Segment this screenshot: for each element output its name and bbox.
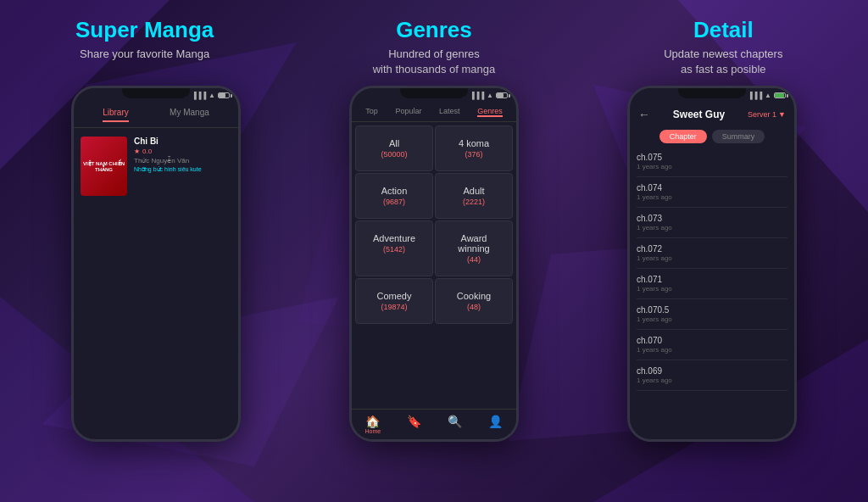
phone-1-wrapper: 5:42 PM ▐▐▐ ▲ Library My Manga [19,86,294,442]
chapter-num-073: ch.073 [637,214,787,223]
chapter-date-074: 1 years ago [637,193,787,201]
genre-nav-genres[interactable]: Genres [477,107,503,117]
genre-adult-count: (2221) [444,198,504,206]
bottom-nav-home[interactable]: 🏠 Home [365,415,381,434]
feature-super-manga-subtitle: Share your favorite Manga [2,47,288,62]
phones-section: 5:42 PM ▐▐▐ ▲ Library My Manga [0,86,868,502]
chapter-item-074[interactable]: ch.074 1 years ago [637,177,787,208]
chapter-date-072: 1 years ago [637,254,787,262]
chapter-item-069[interactable]: ch.069 1 years ago [637,360,787,391]
battery-3 [774,92,786,98]
server-dropdown-icon: ▼ [778,110,786,119]
phone-3-wrapper: 5:52 PM ▐▐▐ ▲ ← Sweet Guy S [575,86,850,442]
chapter-num-071: ch.071 [637,275,787,284]
genre-4koma-name: 4 koma [444,138,504,148]
home-icon: 🏠 [365,415,381,428]
genre-cooking-count: (48) [444,303,504,311]
chapter-date-0705: 1 years ago [637,315,787,323]
genre-action[interactable]: Action (9687) [355,173,433,219]
bottom-nav-bookmark[interactable]: 🔖 [407,415,421,434]
manga-info: Chi Bi ★ 0.0 Thức Nguyễn Văn Những bức h… [134,137,231,173]
chapter-item-072[interactable]: ch.072 1 years ago [637,238,787,269]
manga-title: Chi Bi [134,137,231,146]
manga-item[interactable]: VIỆT NAM CHIẾN THẮNG Chi Bi ★ 0.0 Thức N… [74,128,238,204]
genre-award-count: (44) [444,255,504,264]
signal-icon-1: ▐▐▐ [192,92,206,99]
detail-header: ← Sweet Guy Server 1 ▼ [630,103,794,126]
server-label: Server 1 [748,110,776,119]
genre-nav-popular[interactable]: Popular [395,107,421,117]
genre-adult-name: Adult [444,186,504,196]
library-nav: Library My Manga [74,103,238,128]
genre-all-name: All [364,138,424,148]
genre-award-name: Award winning [444,233,504,254]
chapter-list: ch.075 1 years ago ch.074 1 years ago ch… [630,147,794,391]
rating-number: 0.0 [142,148,152,155]
search-icon: 🔍 [448,415,462,428]
wifi-icon-1: ▲ [209,92,215,99]
phone-library-screen: 5:42 PM ▐▐▐ ▲ Library My Manga [74,88,238,439]
tab-summary[interactable]: Summary [712,130,765,143]
battery-fill-2 [497,93,504,98]
chapter-date-069: 1 years ago [637,376,787,384]
feature-detail-title: Detail [580,17,866,43]
genre-cooking[interactable]: Cooking (48) [435,278,513,324]
chapter-item-070[interactable]: ch.070 1 years ago [637,330,787,360]
server-selector[interactable]: Server 1 ▼ [748,110,786,119]
chapter-item-0705[interactable]: ch.070.5 1 years ago [637,299,787,330]
wifi-icon-3: ▲ [765,92,771,99]
manga-rating: ★ 0.0 [134,148,231,155]
phone-notch-2 [400,88,468,98]
genre-award[interactable]: Award winning (44) [435,220,513,276]
phone-2-wrapper: 5:45 PM ▐▐▐ ▲ Top Popular Latest [297,86,572,442]
manga-detail-title: Sweet Guy [673,109,725,120]
feature-super-manga-title: Super Manga [2,17,288,43]
phone-notch-3 [678,88,746,98]
chapter-item-075[interactable]: ch.075 1 years ago [637,147,787,177]
chapter-num-069: ch.069 [637,366,787,376]
battery-fill-1 [219,93,225,98]
tab-library[interactable]: Library [103,108,129,122]
signal-icon-2: ▐▐▐ [470,92,484,99]
genre-nav-top[interactable]: Top [365,107,378,117]
wifi-icon-2: ▲ [487,92,493,99]
chapter-item-071[interactable]: ch.071 1 years ago [637,269,787,299]
chapter-item-073[interactable]: ch.073 1 years ago [637,208,787,238]
signal-icon-3: ▐▐▐ [748,92,762,99]
bottom-nav-search[interactable]: 🔍 [448,415,462,434]
battery-fill-3 [775,93,784,98]
genre-adult[interactable]: Adult (2221) [435,173,513,219]
main-layout: Super Manga Share your favorite Manga Ge… [0,0,868,502]
genre-nav-latest[interactable]: Latest [439,107,460,117]
genre-adventure[interactable]: Adventure (5142) [355,220,433,276]
chapter-date-070: 1 years ago [637,346,787,354]
manga-cover: VIỆT NAM CHIẾN THẮNG [81,137,127,196]
genre-4koma[interactable]: 4 koma (376) [435,126,513,171]
back-button[interactable]: ← [638,108,650,121]
genre-comedy-name: Comedy [364,291,424,301]
phone-detail: 5:52 PM ▐▐▐ ▲ ← Sweet Guy S [627,86,797,442]
feature-detail-subtitle: Update newest chaptersas fast as posible [580,47,866,77]
genre-cooking-name: Cooking [444,291,504,301]
bottom-nav-profile[interactable]: 👤 [488,415,503,434]
battery-1 [218,92,230,98]
genres-nav: Top Popular Latest Genres [352,103,516,122]
chapter-date-071: 1 years ago [637,285,787,293]
tab-my-manga[interactable]: My Manga [170,108,209,122]
phone-library: 5:42 PM ▐▐▐ ▲ Library My Manga [71,86,241,442]
genre-adventure-name: Adventure [364,233,424,243]
genre-all[interactable]: All (50000) [355,126,433,171]
genre-all-count: (50000) [364,150,424,159]
tab-chapter[interactable]: Chapter [659,130,707,143]
genre-comedy[interactable]: Comedy (19874) [355,278,433,324]
chapter-date-073: 1 years ago [637,224,787,231]
genre-comedy-count: (19874) [364,303,424,311]
chapter-date-075: 1 years ago [637,163,787,170]
manga-cover-text: VIỆT NAM CHIẾN THẮNG [81,159,127,174]
bookmark-icon: 🔖 [407,415,421,428]
manga-author: Thức Nguyễn Văn [134,157,231,165]
genre-adventure-count: (5142) [364,245,424,254]
genres-grid: All (50000) 4 koma (376) Action (9687) [352,122,516,327]
genre-action-count: (9687) [364,198,424,206]
detail-tabs: Chapter Summary [630,126,794,147]
